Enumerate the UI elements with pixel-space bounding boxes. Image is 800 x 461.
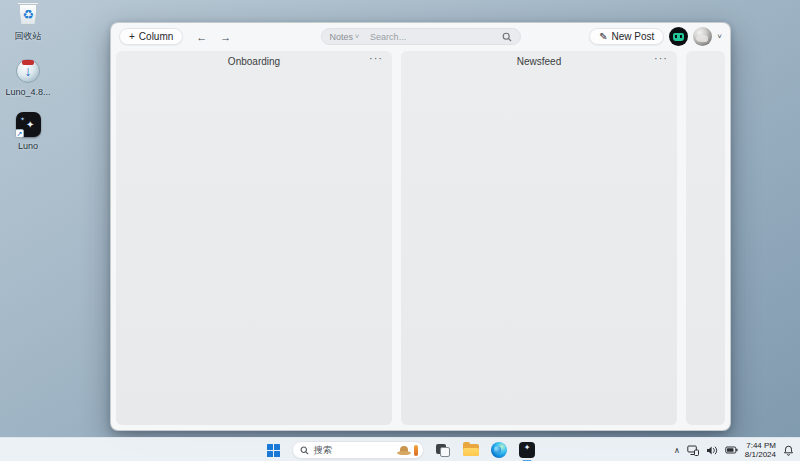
tray-chevron-up-icon[interactable]: ∧ <box>674 446 680 455</box>
desktop-icon-label: Luno <box>18 141 38 151</box>
windows-logo-icon <box>267 444 280 457</box>
desktop-icon-luno-app[interactable]: ✦ ✦ ↗ Luno <box>0 111 56 151</box>
column-newsfeed: Newsfeed ··· <box>401 51 677 425</box>
luno-app-icon <box>519 442 535 458</box>
desktop-icon-label: 回收站 <box>15 30 42 43</box>
user-avatar[interactable] <box>693 27 712 46</box>
sparkle-icon: ✦ <box>20 115 25 122</box>
app-search-bar[interactable]: Notes ˅ Search... <box>321 28 521 45</box>
clock-time: 7:44 PM <box>746 441 776 450</box>
luno-taskbar-button[interactable] <box>518 441 536 459</box>
column-header: Newsfeed ··· <box>401 51 677 71</box>
task-view-button[interactable] <box>434 441 452 459</box>
network-display-icon[interactable] <box>687 445 699 456</box>
drink-art <box>414 445 418 456</box>
column-onboarding: Onboarding ··· <box>116 51 392 425</box>
start-button[interactable] <box>264 441 282 459</box>
app-toolbar: + Column ← → Notes ˅ Search... ✎ New Pos… <box>111 23 730 50</box>
search-icon <box>502 32 512 42</box>
account-chevron-icon[interactable]: ˅ <box>717 32 722 41</box>
search-placeholder: Search... <box>370 32 406 42</box>
chevron-down-icon: ˅ <box>355 33 359 40</box>
instance-avatar[interactable] <box>669 27 688 46</box>
new-post-button[interactable]: ✎ New Post <box>589 28 664 45</box>
search-icon <box>300 446 309 455</box>
task-view-icon <box>440 447 450 457</box>
shortcut-arrow-icon: ↗ <box>15 129 24 138</box>
hat-art <box>397 451 411 455</box>
battery-icon[interactable] <box>725 445 738 455</box>
file-explorer-button[interactable] <box>462 441 480 459</box>
add-column-button[interactable]: + Column <box>119 28 183 45</box>
edge-button[interactable] <box>490 441 508 459</box>
installer-icon: ↓ <box>14 57 42 85</box>
taskbar-search[interactable]: 搜索 <box>292 441 424 459</box>
forward-button[interactable]: → <box>220 31 231 43</box>
plus-icon: + <box>129 32 135 42</box>
taskbar-clock[interactable]: 7:44 PM 8/1/2024 <box>745 441 776 459</box>
search-scope-label: Notes <box>330 32 354 42</box>
system-tray: ∧ 7:44 PM 8/1/2024 <box>674 438 794 461</box>
search-highlight-image <box>396 443 420 458</box>
volume-icon[interactable] <box>706 445 718 456</box>
columns-area: Onboarding ··· Newsfeed ··· <box>116 51 725 425</box>
column-title: Newsfeed <box>517 56 561 67</box>
download-arrow-icon: ↓ <box>14 63 42 79</box>
column-menu-button[interactable]: ··· <box>654 52 668 64</box>
luno-app-icon: ✦ ✦ ↗ <box>14 111 42 139</box>
column-menu-button[interactable]: ··· <box>369 52 383 64</box>
desktop-icon-area: ♻ 回收站 ↓ Luno_4.8... ✦ ✦ ↗ Luno <box>0 0 56 151</box>
app-logo-icon <box>673 33 684 41</box>
recycle-symbol-icon: ♻ <box>22 8 34 21</box>
sparkle-icon: ✦ <box>26 119 34 130</box>
desktop-icon-recycle-bin[interactable]: ♻ 回收站 <box>0 0 56 43</box>
back-button[interactable]: ← <box>196 31 207 43</box>
pen-icon: ✎ <box>599 32 607 42</box>
recycle-bin-icon: ♻ <box>14 0 42 28</box>
recycle-bin-body: ♻ <box>19 4 37 25</box>
folder-icon <box>463 448 479 456</box>
column-header: Onboarding ··· <box>116 51 392 71</box>
toolbar-right-group: ✎ New Post ˅ <box>589 23 722 50</box>
new-post-label: New Post <box>612 31 655 42</box>
desktop-icon-label: Luno_4.8... <box>5 87 50 97</box>
add-column-label: Column <box>139 31 173 42</box>
taskbar-center: 搜索 <box>264 438 536 461</box>
search-scope-dropdown[interactable]: Notes ˅ <box>330 32 360 42</box>
clock-date: 8/1/2024 <box>745 450 776 459</box>
column-partial <box>686 51 725 425</box>
column-title: Onboarding <box>228 56 280 67</box>
notification-bell-icon[interactable] <box>783 445 794 456</box>
app-window: + Column ← → Notes ˅ Search... ✎ New Pos… <box>110 22 731 431</box>
edge-icon <box>491 442 507 458</box>
taskbar-search-placeholder: 搜索 <box>314 444 332 457</box>
taskbar: 搜索 ∧ <box>0 437 800 461</box>
desktop-icon-luno-installer[interactable]: ↓ Luno_4.8... <box>0 57 56 97</box>
